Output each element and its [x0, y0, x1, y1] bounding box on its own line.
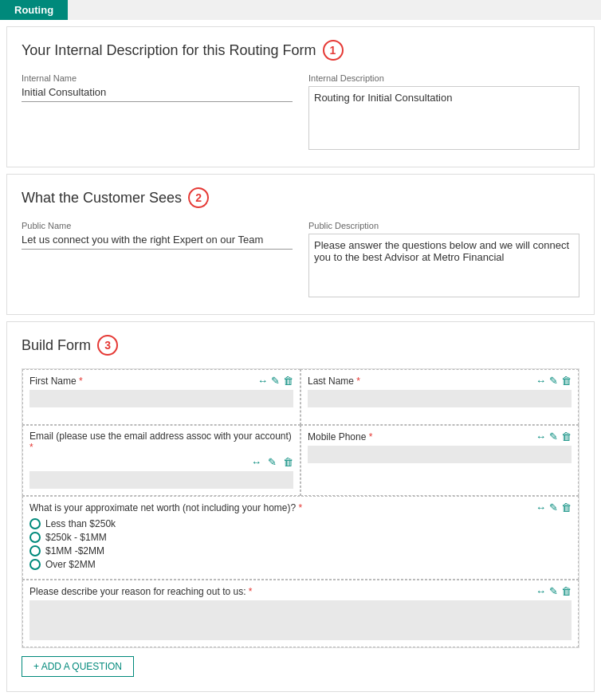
expand-icon[interactable]: ↔ — [251, 456, 261, 468]
radio-circle-1[interactable] — [29, 518, 41, 529]
internal-name-col: Internal Name Initial Consultation — [22, 73, 293, 152]
delete-icon[interactable]: 🗑 — [561, 501, 572, 513]
field-mobile-label: Mobile Phone * — [308, 431, 372, 442]
required-star: * — [299, 502, 303, 513]
section2-title: What the Customer Sees 2 — [22, 187, 579, 208]
section1-title-text: Your Internal Description for this Routi… — [22, 42, 316, 59]
delete-icon[interactable]: 🗑 — [561, 431, 572, 442]
required-star: * — [79, 376, 83, 387]
radio-label-3: $1MM -$2MM — [45, 545, 104, 556]
section2-title-text: What the Customer Sees — [22, 190, 182, 206]
radio-circle-4[interactable] — [29, 559, 41, 570]
expand-icon[interactable]: ↔ — [536, 431, 546, 442]
required-star: * — [249, 586, 253, 597]
field-email-label: Email (please use the email address asso… — [29, 431, 293, 453]
email-input-mock — [29, 471, 293, 489]
internal-name-label: Internal Name — [22, 73, 293, 83]
edit-icon[interactable]: ✎ — [549, 501, 558, 513]
routing-tab[interactable]: Routing — [0, 0, 68, 20]
required-star: * — [369, 431, 373, 442]
section3-title: Build Form 3 — [22, 335, 579, 356]
radio-label-2: $250k - $1MM — [45, 532, 107, 543]
field-reason: Please describe your reason for reaching… — [22, 580, 579, 647]
public-name-col: Public Name Let us connect you with the … — [22, 221, 293, 300]
section3-title-text: Build Form — [22, 337, 91, 354]
radio-option-4: Over $2MM — [29, 559, 572, 570]
radio-label-4: Over $2MM — [45, 559, 96, 570]
public-name-value: Let us connect you with the right Expert… — [22, 234, 293, 250]
expand-icon[interactable]: ↔ — [257, 375, 268, 387]
reason-textarea-mock — [29, 600, 572, 640]
expand-icon[interactable]: ↔ — [536, 585, 546, 597]
required-star: * — [356, 376, 360, 387]
expand-icon[interactable]: ↔ — [536, 375, 546, 387]
public-desc-textarea[interactable]: Please answer the questions below and we… — [308, 234, 579, 297]
radio-circle-3[interactable] — [29, 545, 41, 556]
public-desc-col: Public Description Please answer the que… — [308, 221, 579, 300]
field-last-name-header: Last Name * ↔ ✎ 🗑 — [308, 375, 572, 387]
public-name-label: Public Name — [22, 221, 293, 230]
edit-icon[interactable]: ✎ — [271, 375, 280, 387]
field-first-name: First Name * ↔ ✎ 🗑 — [22, 369, 300, 425]
radio-label-1: Less than $250k — [45, 518, 116, 529]
expand-icon[interactable]: ↔ — [536, 501, 546, 513]
field-mobile-phone: Mobile Phone * ↔ ✎ 🗑 — [300, 425, 579, 496]
field-last-name-label: Last Name * — [308, 376, 360, 387]
field-net-worth-header: What is your approximate net worth (not … — [29, 501, 572, 513]
edit-icon[interactable]: ✎ — [268, 456, 277, 468]
field-email-header: Email (please use the email address asso… — [29, 431, 293, 453]
section1-number: 1 — [323, 40, 344, 61]
net-worth-radio-group: Less than $250k $250k - $1MM $1MM -$2MM … — [29, 518, 572, 570]
delete-icon[interactable]: 🗑 — [561, 375, 572, 387]
field-first-name-header: First Name * ↔ ✎ 🗑 — [29, 375, 293, 387]
field-reason-header: Please describe your reason for reaching… — [29, 585, 572, 597]
field-first-name-label: First Name * — [29, 376, 83, 387]
radio-option-1: Less than $250k — [29, 518, 572, 529]
section3-number: 3 — [97, 335, 118, 356]
build-form-grid: First Name * ↔ ✎ 🗑 Last Name * ↔ ✎ 🗑 — [22, 368, 579, 648]
mobile-input-mock — [308, 446, 572, 463]
public-desc-label: Public Description — [308, 221, 579, 230]
internal-desc-label: Internal Description — [308, 73, 579, 83]
internal-desc-textarea[interactable]: Routing for Initial Consultation — [308, 86, 579, 150]
add-question-button[interactable]: + ADD A QUESTION — [22, 656, 134, 677]
field-email: Email (please use the email address asso… — [22, 425, 300, 496]
delete-icon[interactable]: 🗑 — [283, 375, 293, 387]
field-email-icons: ↔ ✎ 🗑 — [29, 456, 293, 468]
field-first-name-icons: ↔ ✎ 🗑 — [257, 375, 293, 387]
tab-bar: Routing — [0, 0, 601, 20]
last-name-input-mock — [308, 390, 572, 407]
section-internal-description: Your Internal Description for this Routi… — [6, 26, 595, 167]
internal-name-value: Initial Consultation — [22, 86, 293, 102]
field-net-worth-icons: ↔ ✎ 🗑 — [536, 501, 572, 513]
edit-icon[interactable]: ✎ — [549, 431, 558, 442]
section-build-form: Build Form 3 First Name * ↔ ✎ 🗑 Las — [6, 321, 595, 692]
field-last-name-icons: ↔ ✎ 🗑 — [536, 375, 572, 387]
field-mobile-header: Mobile Phone * ↔ ✎ 🗑 — [308, 431, 572, 442]
field-net-worth: What is your approximate net worth (not … — [22, 496, 579, 580]
radio-circle-2[interactable] — [29, 532, 41, 543]
section2-number: 2 — [188, 187, 209, 208]
section1-form-row: Internal Name Initial Consultation Inter… — [22, 73, 579, 152]
section2-form-row: Public Name Let us connect you with the … — [22, 221, 579, 300]
radio-option-2: $250k - $1MM — [29, 532, 572, 543]
edit-icon[interactable]: ✎ — [549, 375, 558, 387]
add-question-container: + ADD A QUESTION — [22, 648, 579, 677]
field-last-name: Last Name * ↔ ✎ 🗑 — [300, 369, 579, 425]
first-name-input-mock — [29, 390, 293, 407]
delete-icon[interactable]: 🗑 — [283, 456, 293, 468]
field-reason-label: Please describe your reason for reaching… — [29, 586, 253, 597]
required-star: * — [29, 442, 33, 453]
internal-desc-col: Internal Description Routing for Initial… — [308, 73, 579, 152]
field-mobile-icons: ↔ ✎ 🗑 — [536, 431, 572, 442]
field-net-worth-label: What is your approximate net worth (not … — [29, 502, 302, 513]
field-reason-icons: ↔ ✎ 🗑 — [536, 585, 572, 597]
radio-option-3: $1MM -$2MM — [29, 545, 572, 556]
edit-icon[interactable]: ✎ — [549, 585, 558, 597]
section1-title: Your Internal Description for this Routi… — [22, 40, 579, 61]
delete-icon[interactable]: 🗑 — [561, 585, 572, 597]
section-customer-sees: What the Customer Sees 2 Public Name Let… — [6, 174, 595, 315]
